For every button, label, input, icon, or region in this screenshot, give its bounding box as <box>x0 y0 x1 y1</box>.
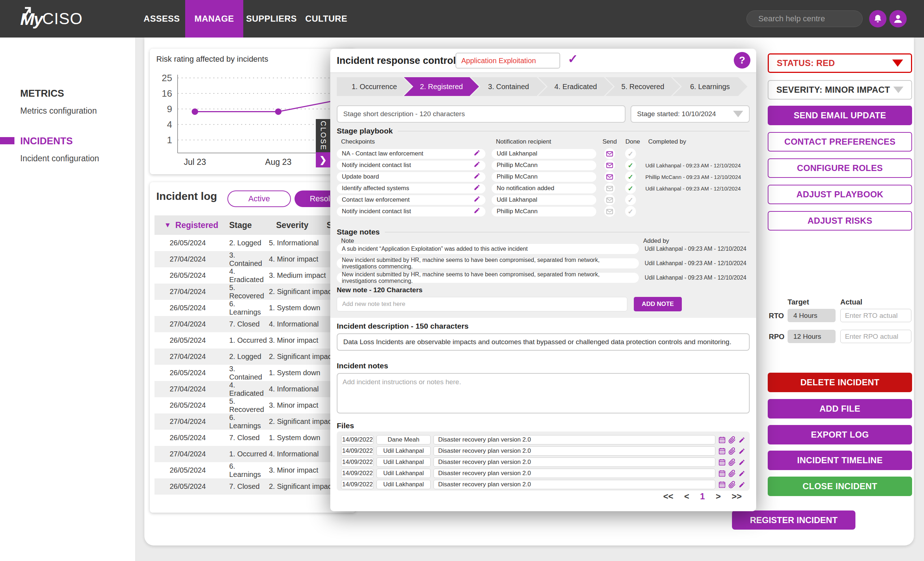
contact-preferences-button[interactable]: CONTACT PREFERENCES <box>768 132 912 151</box>
rto-actual-input[interactable] <box>840 309 911 322</box>
new-note-input[interactable] <box>337 297 627 311</box>
column-severity[interactable]: Severity <box>276 220 327 230</box>
note-text-field[interactable]: New incident submitted by HR, machine se… <box>337 258 639 268</box>
checkpoint-field[interactable]: Update board <box>337 172 486 182</box>
sidebar-section-metrics[interactable]: METRICS <box>20 88 64 99</box>
incident-log-row[interactable]: 27/04/2024 5. Recovered 2. Significant i… <box>154 284 356 300</box>
stage-step[interactable]: 2. Registered <box>404 77 479 96</box>
recipient-field[interactable]: Phillip McCann <box>492 160 596 170</box>
file-person-field[interactable] <box>376 458 430 467</box>
paperclip-icon[interactable] <box>728 470 736 477</box>
incident-log-row[interactable]: 26/05/2024 4. Eradicated 3. Medium impac… <box>154 267 356 284</box>
stage-step[interactable]: 3. Contained <box>471 77 546 96</box>
file-description-field[interactable] <box>434 435 716 444</box>
edit-pencil-icon[interactable] <box>738 448 746 455</box>
edit-pencil-icon[interactable] <box>738 437 746 443</box>
incident-log-row[interactable]: 26/05/2024 1. Occurred 3. Minor impact <box>154 332 356 349</box>
send-email-update-button[interactable]: SEND EMAIL UPDATE <box>768 106 912 125</box>
edit-pencil-icon[interactable] <box>738 459 746 466</box>
incident-log-row[interactable]: 26/05/2024 7. Closed 1. System down <box>154 430 356 446</box>
recipient-field[interactable]: No notification added <box>492 184 596 193</box>
register-incident-button[interactable]: REGISTER INCIDENT <box>732 510 855 530</box>
add-file-button[interactable]: ADD FILE <box>768 399 912 419</box>
recipient-field[interactable]: Phillip McCann <box>492 207 596 217</box>
calendar-icon[interactable] <box>718 447 726 455</box>
help-button[interactable]: ? <box>734 52 750 69</box>
severity-dropdown[interactable]: SEVERITY: MINOR IMPACT <box>768 80 912 100</box>
edit-pencil-icon[interactable] <box>474 150 480 158</box>
note-text-field[interactable]: A sub incident “Application Exploitation… <box>337 244 639 254</box>
file-person-field[interactable] <box>376 480 430 489</box>
incident-log-row[interactable]: 27/04/2024 4. Eradicated 4. Informationa… <box>154 381 356 397</box>
file-date-field[interactable] <box>341 469 374 478</box>
stage-step[interactable]: 6. Learnings <box>672 77 747 96</box>
delete-incident-button[interactable]: DELETE INCIDENT <box>768 373 912 392</box>
stage-step[interactable]: 4. Eradicated <box>538 77 613 96</box>
incident-log-row[interactable]: 26/05/2024 6. Learnings 3. Minor impact <box>154 462 356 479</box>
stage-description-field[interactable] <box>337 105 626 123</box>
user-avatar[interactable] <box>890 10 907 27</box>
send-notification-icon[interactable] <box>604 148 615 159</box>
file-date-field[interactable] <box>341 480 374 489</box>
checkpoint-field[interactable]: Contact law enforcement <box>337 195 486 205</box>
file-description-field[interactable] <box>434 480 716 489</box>
send-notification-icon[interactable] <box>604 171 615 182</box>
edit-pencil-icon[interactable] <box>474 184 480 193</box>
file-description-field[interactable] <box>434 446 716 456</box>
done-check-icon[interactable]: ✓ <box>625 183 636 194</box>
column-stage[interactable]: Stage <box>229 220 276 230</box>
calendar-icon[interactable] <box>718 470 726 477</box>
incident-log-row[interactable]: 26/05/2024 7. Closed 2. Significant impa… <box>154 479 356 495</box>
incident-log-row[interactable]: 27/04/2024 6. Learnings 2. Significant i… <box>154 413 356 430</box>
sort-descending-icon[interactable]: ▼ <box>164 221 171 229</box>
configure-roles-button[interactable]: CONFIGURE ROLES <box>768 159 912 178</box>
incident-log-row[interactable]: 26/05/2024 6. Learnings 1. System down <box>154 300 356 316</box>
incident-description-field[interactable] <box>337 334 750 351</box>
calendar-icon[interactable] <box>718 436 726 444</box>
sidebar-section-incidents[interactable]: INCIDENTS <box>20 136 73 147</box>
panel-collapse-button[interactable]: ❯ <box>316 152 330 168</box>
file-description-field[interactable] <box>434 458 716 467</box>
panel-close-tab[interactable]: CLOSE <box>316 119 330 152</box>
nav-item[interactable]: CULTURE <box>305 0 347 37</box>
file-person-field[interactable] <box>376 435 430 444</box>
send-notification-icon[interactable] <box>604 194 615 205</box>
file-person-field[interactable] <box>376 446 430 456</box>
edit-pencil-icon[interactable] <box>474 172 480 181</box>
help-search[interactable] <box>746 10 862 27</box>
incident-timeline-button[interactable]: INCIDENT TIMELINE <box>768 450 912 470</box>
column-registered[interactable]: ▼ Registered <box>164 220 229 230</box>
edit-pencil-icon[interactable] <box>474 196 480 204</box>
nav-item[interactable]: MANAGE <box>185 0 243 37</box>
page-last-button[interactable]: >> <box>732 491 742 501</box>
paperclip-icon[interactable] <box>728 436 736 444</box>
edit-pencil-icon[interactable] <box>474 207 480 216</box>
edit-pencil-icon[interactable] <box>474 161 480 169</box>
incident-log-row[interactable]: 27/04/2024 3. Contained 4. Minor impact <box>154 251 356 267</box>
nav-item[interactable]: SUPPLIERS <box>248 0 295 37</box>
incident-log-row[interactable]: 26/05/2024 2. Logged 5. Informational <box>154 235 356 251</box>
done-check-icon[interactable]: ✓ <box>625 160 636 171</box>
rpo-actual-input[interactable] <box>840 330 911 343</box>
search-input[interactable] <box>758 14 863 24</box>
page-prev-button[interactable]: < <box>684 491 689 501</box>
done-check-icon[interactable]: ✓ <box>625 194 636 205</box>
close-incident-button[interactable]: CLOSE INCIDENT <box>768 477 912 496</box>
filter-active-button[interactable]: Active <box>227 190 291 207</box>
confirm-check-icon[interactable]: ✓ <box>568 52 578 66</box>
nav-item[interactable]: ASSESS <box>141 0 182 37</box>
myciso-logo[interactable]: MyCISO <box>20 0 82 37</box>
checkpoint-field[interactable]: NA - Contact law enforcement <box>337 149 486 159</box>
incident-log-row[interactable]: 27/04/2024 2. Logged 2. Significant impa… <box>154 349 356 365</box>
adjust-risks-button[interactable]: ADJUST RISKS <box>768 211 912 230</box>
incident-log-row[interactable]: 27/04/2024 7. Closed 4. Informational <box>154 316 356 332</box>
send-notification-icon[interactable] <box>604 206 615 217</box>
calendar-icon[interactable] <box>718 459 726 466</box>
page-next-button[interactable]: > <box>716 491 721 501</box>
file-description-field[interactable] <box>434 469 716 478</box>
paperclip-icon[interactable] <box>728 447 736 455</box>
incident-log-row[interactable]: 27/04/2024 1. Occurred 4. Informational <box>154 446 356 462</box>
send-notification-icon[interactable] <box>604 160 615 171</box>
stage-step[interactable]: 5. Recovered <box>605 77 680 96</box>
notifications-button[interactable] <box>869 10 886 27</box>
